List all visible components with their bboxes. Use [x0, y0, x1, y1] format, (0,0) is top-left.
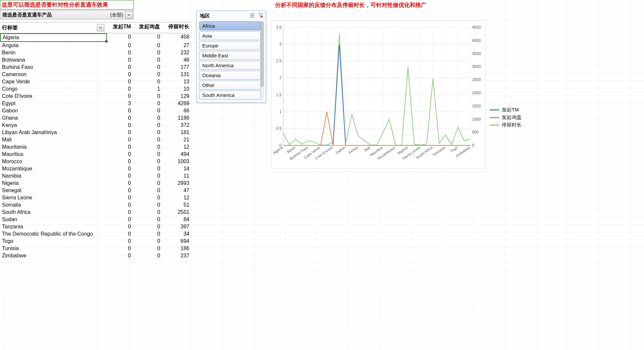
tm-cell: 0	[107, 71, 133, 78]
stay-cell: 66	[162, 107, 191, 114]
slicer-item[interactable]: South America	[199, 91, 261, 100]
tm-cell: 0	[107, 93, 133, 100]
inq-cell: 0	[133, 143, 162, 151]
inq-cell: 0	[133, 187, 162, 194]
stay-cell: 21	[162, 136, 191, 143]
stay-cell: 34	[162, 230, 191, 238]
country-cell: Nigeria	[0, 180, 107, 187]
pivot-page-filter[interactable]: 筛选是否是直通车产品 (全部)	[0, 10, 134, 19]
country-cell: Benin	[0, 49, 107, 56]
table-row[interactable]: Somalia0051	[0, 201, 191, 209]
chart-legend: 发起TM 发起询盘 停留时长	[490, 105, 522, 130]
svg-text:Gabon: Gabon	[335, 145, 346, 155]
tm-cell: 0	[107, 158, 133, 165]
slicer-item[interactable]: Europe	[199, 41, 261, 50]
table-row[interactable]: Senegal0047	[0, 187, 191, 194]
table-row[interactable]: Algeria00458	[0, 33, 191, 42]
table-row[interactable]: Nigeria002993	[0, 180, 191, 187]
stay-cell: 2993	[162, 180, 191, 187]
svg-text:2.5: 2.5	[276, 59, 282, 63]
table-row[interactable]: Zimbabwe00237	[0, 252, 191, 259]
inq-cell: 0	[133, 158, 162, 165]
table-row[interactable]: Burkina Faso00177	[0, 64, 191, 71]
table-row[interactable]: Benin00232	[0, 49, 191, 56]
inq-cell: 0	[133, 114, 162, 122]
table-row[interactable]: Gabon0066	[0, 107, 191, 114]
table-row[interactable]: Tunisia00186	[0, 245, 191, 252]
pivot-column-header: 行标签 发起TM 发起询盘 停留时长	[0, 22, 191, 33]
table-row[interactable]: Mauritius00494	[0, 151, 191, 158]
inq-cell: 0	[133, 107, 162, 114]
tm-cell: 0	[107, 187, 133, 194]
table-row[interactable]: Mali0021	[0, 136, 191, 143]
stay-cell: 694	[162, 238, 191, 245]
svg-text:Togo: Togo	[450, 145, 458, 153]
country-cell: Mauritania	[0, 143, 107, 151]
multiselect-icon[interactable]	[250, 13, 255, 19]
slicer-item[interactable]: Asia	[199, 31, 261, 40]
slicer-item[interactable]: North America	[199, 61, 261, 70]
country-cell: Cameroon	[0, 71, 107, 78]
slicer-item[interactable]: Middle East	[199, 51, 261, 60]
table-row[interactable]: Sudan0084	[0, 216, 191, 223]
chevron-down-icon	[127, 13, 131, 16]
tm-cell: 0	[107, 56, 133, 64]
svg-text:3500: 3500	[472, 51, 481, 56]
table-row[interactable]: Tanzania00397	[0, 223, 191, 230]
inq-cell: 0	[133, 223, 162, 230]
stay-cell: 237	[162, 252, 191, 259]
table-row[interactable]: Angola0027	[0, 42, 191, 49]
table-row[interactable]: Ghana001186	[0, 114, 191, 122]
filter-dropdown-button[interactable]	[125, 11, 133, 18]
table-row[interactable]: Cameroon00131	[0, 71, 191, 78]
slicer-scrollbar[interactable]	[261, 21, 264, 101]
table-row[interactable]: Sierra Leone0012	[0, 194, 191, 201]
country-cell: Namibia	[0, 172, 107, 180]
row-labels-dropdown[interactable]	[97, 24, 104, 31]
table-row[interactable]: Namibia0011	[0, 172, 191, 180]
inq-cell: 0	[133, 56, 162, 64]
svg-text:Tanzania: Tanzania	[432, 145, 446, 157]
table-row[interactable]: Kenya00372	[0, 122, 191, 129]
country-cell: Congo	[0, 85, 107, 93]
tm-cell: 0	[107, 42, 133, 49]
stay-cell: 186	[162, 245, 191, 252]
feedback-chart[interactable]: 00.511.522.533.5050010001500200025003000…	[271, 20, 486, 169]
table-row[interactable]: Cape Verde0013	[0, 78, 191, 85]
table-row[interactable]: Mozambique0014	[0, 165, 191, 172]
clear-filter-icon[interactable]	[258, 13, 263, 19]
tm-cell: 0	[107, 122, 133, 129]
table-row[interactable]: South Africa002551	[0, 209, 191, 216]
stay-cell: 177	[162, 64, 191, 71]
tm-cell: 0	[107, 64, 133, 71]
stay-cell: 84	[162, 216, 191, 223]
slicer-item[interactable]: Oceania	[199, 71, 261, 80]
table-row[interactable]: Togo00694	[0, 238, 191, 245]
tm-cell: 0	[107, 143, 133, 151]
country-cell: Botswana	[0, 56, 107, 64]
stay-cell: 397	[162, 223, 191, 230]
tm-cell: 0	[107, 78, 133, 85]
table-row[interactable]: Morocco001003	[0, 158, 191, 165]
svg-text:Algeria: Algeria	[272, 145, 284, 155]
svg-text:3: 3	[279, 42, 282, 46]
slicer-item[interactable]: Other	[199, 81, 261, 90]
table-row[interactable]: The Democratic Republic of the Congo0034	[0, 230, 191, 238]
table-row[interactable]: Egypt304269	[0, 100, 191, 107]
table-row[interactable]: Mauritania0012	[0, 143, 191, 151]
table-row[interactable]: Botswana0046	[0, 56, 191, 64]
filter-label: 筛选是否是直通车产品	[0, 11, 108, 19]
tm-cell: 0	[107, 107, 133, 114]
slicer-item[interactable]: Africa	[199, 21, 261, 30]
tm-cell: 0	[107, 252, 133, 259]
tm-cell: 0	[107, 172, 133, 180]
table-row[interactable]: Cote D'Ivoire00129	[0, 93, 191, 100]
table-row[interactable]: Libyan Arab Jamahiriya00181	[0, 129, 191, 136]
inq-cell: 0	[133, 201, 162, 209]
region-slicer[interactable]: 地区 AfricaAsiaEuropeMiddle EastNorth Amer…	[196, 11, 266, 103]
tm-cell: 0	[107, 151, 133, 158]
stay-cell: 131	[162, 71, 191, 78]
tm-cell: 0	[107, 85, 133, 93]
table-row[interactable]: Congo0110	[0, 85, 191, 93]
svg-text:1000: 1000	[472, 117, 481, 122]
